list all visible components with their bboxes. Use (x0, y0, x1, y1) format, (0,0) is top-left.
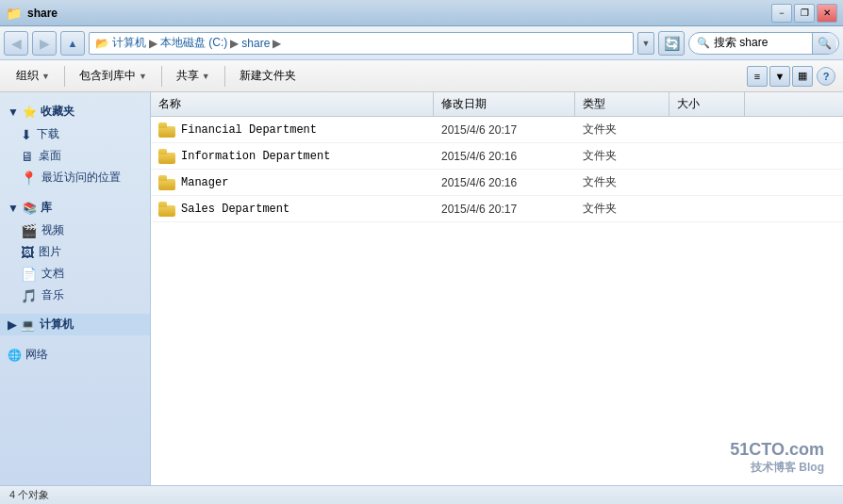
picture-icon: 🖼 (21, 245, 34, 260)
breadcrumb-computer[interactable]: 计算机 (112, 35, 146, 51)
file-name: Financial Department (181, 123, 317, 137)
toolbar: 组织 ▼ 包含到库中 ▼ 共享 ▼ 新建文件夹 ≡ ▼ ▦ ? (0, 60, 843, 92)
file-date-cell: 2015/4/6 20:16 (434, 170, 575, 195)
file-name-cell: Sales Department (151, 196, 434, 221)
share-button[interactable]: 共享 ▼ (168, 63, 219, 89)
file-list-body: Financial Department 2015/4/6 20:17 文件夹 … (151, 117, 843, 485)
organize-arrow: ▼ (41, 72, 50, 81)
search-label-icon: 🔍 (697, 37, 710, 49)
file-name: Information Department (181, 150, 330, 163)
up-button[interactable]: ▲ (60, 31, 85, 56)
organize-button[interactable]: 组织 ▼ (8, 63, 58, 89)
network-label: 网络 (25, 347, 48, 363)
sidebar-item-video[interactable]: 🎬 视频 (0, 219, 150, 241)
main-area: ▼ ⭐ 收藏夹 ⬇ 下载 🖥 桌面 📍 最近访问的位置 ▼ 📚 库 (0, 92, 843, 485)
file-type: 文件夹 (583, 122, 617, 138)
folder-icon (158, 149, 175, 164)
file-name-cell: Manager (151, 170, 434, 195)
include-library-label: 包含到库中 (79, 68, 136, 84)
sidebar-item-desktop[interactable]: 🖥 桌面 (0, 145, 150, 167)
restore-button[interactable]: ❐ (794, 4, 815, 23)
file-type: 文件夹 (583, 174, 617, 190)
include-library-arrow: ▼ (139, 72, 147, 81)
library-section: ▼ 📚 库 🎬 视频 🖼 图片 📄 文档 🎵 音乐 (0, 196, 150, 306)
col-size-label: 大小 (677, 96, 700, 112)
toolbar-separator-1 (64, 66, 65, 87)
table-row[interactable]: Financial Department 2015/4/6 20:17 文件夹 (151, 117, 843, 143)
address-dropdown-button[interactable]: ▼ (637, 32, 654, 55)
file-size-cell (669, 117, 745, 142)
forward-button[interactable]: ▶ (32, 31, 57, 56)
file-date: 2015/4/6 20:17 (441, 203, 517, 216)
music-label: 音乐 (41, 287, 64, 303)
sidebar-item-picture[interactable]: 🖼 图片 (0, 241, 150, 263)
picture-label: 图片 (39, 244, 61, 260)
table-row[interactable]: Manager 2015/4/6 20:16 文件夹 (151, 170, 843, 196)
refresh-button[interactable]: 🔄 (658, 31, 685, 56)
back-button[interactable]: ◀ (4, 31, 28, 56)
file-date-cell: 2015/4/6 20:16 (434, 143, 575, 169)
file-name-cell: Financial Department (151, 117, 434, 142)
sidebar-item-recent[interactable]: 📍 最近访问的位置 (0, 167, 150, 188)
folder-icon (158, 202, 175, 217)
sidebar-item-music[interactable]: 🎵 音乐 (0, 285, 150, 306)
view-list-button[interactable]: ≡ (747, 66, 768, 87)
computer-icon: 💻 (21, 318, 35, 332)
file-size-cell (669, 170, 745, 195)
favorites-icon: ⭐ (23, 106, 37, 119)
file-type-cell: 文件夹 (575, 170, 669, 195)
col-header-name[interactable]: 名称 (151, 92, 434, 116)
search-box: 🔍 🔍 (688, 32, 839, 55)
search-input[interactable] (714, 37, 808, 50)
file-type: 文件夹 (583, 148, 617, 164)
organize-label: 组织 (16, 68, 39, 84)
minimize-button[interactable]: － (771, 4, 792, 23)
sidebar: ▼ ⭐ 收藏夹 ⬇ 下载 🖥 桌面 📍 最近访问的位置 ▼ 📚 库 (0, 92, 151, 485)
title-bar: 📁 share － ❐ ✕ (0, 0, 843, 26)
library-header[interactable]: ▼ 📚 库 (0, 196, 150, 219)
col-header-date[interactable]: 修改日期 (434, 92, 575, 116)
window-icon: 📁 (6, 6, 22, 21)
view-tiles-button[interactable]: ▦ (792, 66, 813, 87)
file-type-cell: 文件夹 (575, 117, 669, 142)
table-row[interactable]: Information Department 2015/4/6 20:16 文件… (151, 143, 843, 170)
new-folder-label: 新建文件夹 (240, 68, 296, 84)
breadcrumb-share[interactable]: share (241, 37, 270, 50)
view-dropdown-button[interactable]: ▼ (769, 66, 790, 87)
library-label: 库 (41, 200, 52, 216)
sidebar-item-download[interactable]: ⬇ 下载 (0, 123, 150, 145)
breadcrumb-drive[interactable]: 本地磁盘 (C:) (160, 35, 227, 51)
file-type-cell: 文件夹 (575, 196, 669, 221)
new-folder-button[interactable]: 新建文件夹 (231, 63, 305, 89)
include-library-button[interactable]: 包含到库中 ▼ (71, 63, 156, 89)
computer-header[interactable]: ▶ 💻 计算机 (0, 314, 150, 335)
col-name-label: 名称 (158, 96, 181, 112)
col-header-type[interactable]: 类型 (575, 92, 669, 116)
view-controls: ≡ ▼ ▦ (747, 66, 813, 87)
col-date-label: 修改日期 (441, 96, 487, 112)
help-button[interactable]: ? (817, 67, 835, 86)
toolbar-separator-2 (161, 66, 162, 87)
search-button[interactable]: 🔍 (812, 32, 836, 55)
computer-label: 计算机 (40, 317, 74, 333)
folder-icon (158, 175, 175, 190)
share-label: 共享 (176, 68, 199, 84)
file-date: 2015/4/6 20:17 (441, 123, 517, 137)
status-count: 4 个对象 (9, 488, 49, 502)
document-icon: 📄 (21, 267, 37, 282)
download-label: 下载 (37, 126, 59, 142)
file-list-header: 名称 修改日期 类型 大小 (151, 92, 843, 117)
file-name-cell: Information Department (151, 143, 434, 169)
desktop-icon: 🖥 (21, 149, 34, 164)
file-name: Sales Department (181, 203, 289, 216)
close-button[interactable]: ✕ (817, 4, 837, 23)
computer-section: ▶ 💻 计算机 (0, 314, 150, 335)
network-header[interactable]: 🌐 网络 (0, 343, 150, 366)
col-header-size[interactable]: 大小 (669, 92, 745, 116)
favorites-header[interactable]: ▼ ⭐ 收藏夹 (0, 100, 150, 123)
favorites-label: 收藏夹 (41, 104, 74, 120)
sidebar-item-document[interactable]: 📄 文档 (0, 263, 150, 285)
music-icon: 🎵 (21, 288, 37, 303)
folder-icon (158, 122, 175, 138)
table-row[interactable]: Sales Department 2015/4/6 20:17 文件夹 (151, 196, 843, 222)
